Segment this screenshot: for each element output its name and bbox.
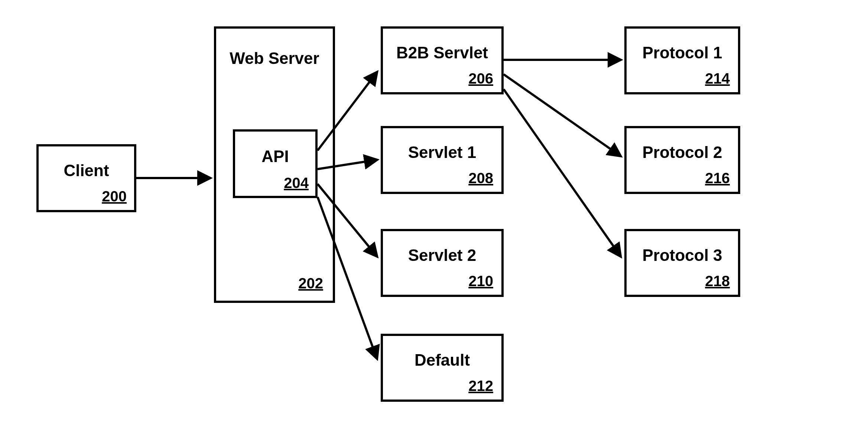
protocol1-box: Protocol 1 214 — [624, 26, 740, 94]
webserver-ref: 202 — [298, 275, 323, 292]
client-label: Client — [64, 161, 109, 180]
protocol3-label: Protocol 3 — [642, 246, 722, 265]
arrow-b2b-to-protocol2 — [504, 74, 621, 156]
webserver-label: Web Server — [230, 49, 319, 68]
servlet2-box: Servlet 2 210 — [381, 229, 504, 297]
b2b-servlet-label: B2B Servlet — [396, 43, 488, 62]
servlet2-label: Servlet 2 — [408, 246, 476, 265]
protocol1-label: Protocol 1 — [642, 43, 722, 62]
b2b-servlet-box: B2B Servlet 206 — [381, 26, 504, 94]
api-ref: 204 — [284, 175, 309, 191]
default-ref: 212 — [468, 378, 493, 394]
default-label: Default — [415, 351, 470, 369]
servlet1-label: Servlet 1 — [408, 143, 476, 162]
protocol3-ref: 218 — [705, 273, 730, 290]
default-box: Default 212 — [381, 334, 504, 402]
diagram-canvas: Client 200 Web Server 202 API 204 B2B Se… — [0, 0, 868, 443]
servlet1-box: Servlet 1 208 — [381, 126, 504, 194]
client-ref: 200 — [102, 188, 127, 205]
client-box: Client 200 — [36, 144, 136, 212]
api-box: API 204 — [233, 129, 318, 198]
protocol1-ref: 214 — [705, 70, 730, 87]
protocol2-box: Protocol 2 216 — [624, 126, 740, 194]
arrow-b2b-to-protocol3 — [504, 89, 621, 256]
b2b-servlet-ref: 206 — [468, 70, 493, 87]
servlet2-ref: 210 — [468, 273, 493, 290]
protocol2-label: Protocol 2 — [642, 143, 722, 162]
protocol2-ref: 216 — [705, 170, 730, 187]
api-label: API — [261, 147, 289, 166]
servlet1-ref: 208 — [468, 170, 493, 187]
protocol3-box: Protocol 3 218 — [624, 229, 740, 297]
